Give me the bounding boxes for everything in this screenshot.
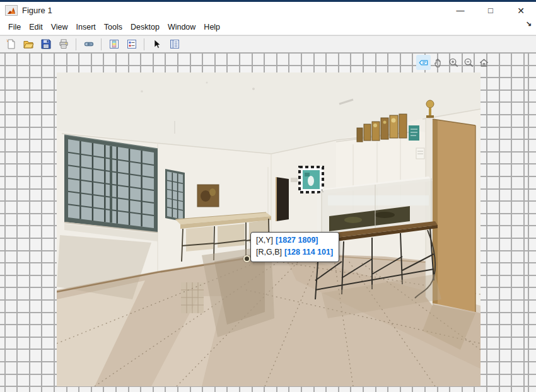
figure-toolbar: [0, 35, 536, 52]
dock-figure-icon[interactable]: ↘: [526, 20, 532, 28]
matlab-logo-icon: [5, 5, 18, 16]
window-grille-small: [165, 169, 185, 222]
cursor-arrow-icon: [151, 38, 163, 50]
datatip-tooltip[interactable]: [X,Y][1827 1809] [R,G,B][128 114 101]: [250, 232, 339, 262]
datatip-xy-row: [X,Y][1827 1809]: [256, 234, 333, 246]
toolbar-separator: [76, 38, 76, 50]
menubar: File Edit View Insert Tools Desktop Wind…: [0, 19, 536, 35]
datatip-tool-button[interactable]: [416, 55, 431, 70]
new-figure-button[interactable]: [3, 37, 18, 52]
edit-plot-button[interactable]: [149, 37, 164, 52]
figure-canvas: [X,Y][1827 1809] [R,G,B][128 114 101]: [0, 52, 536, 392]
zoom-in-icon: [448, 57, 460, 69]
link-plot-button[interactable]: [81, 37, 96, 52]
save-figure-button[interactable]: [38, 37, 53, 52]
restore-view-button[interactable]: [477, 55, 491, 70]
menu-window[interactable]: Window: [168, 23, 195, 32]
datatip-rgb-row: [R,G,B][128 114 101]: [256, 246, 333, 258]
toolbar-separator: [144, 38, 144, 50]
window-grille-large: [64, 135, 158, 241]
titlebar: Figure 1 — □ ✕: [0, 0, 536, 19]
menu-desktop[interactable]: Desktop: [131, 23, 160, 32]
menu-edit[interactable]: Edit: [29, 23, 43, 32]
property-panel-icon: [169, 38, 180, 50]
menu-view[interactable]: View: [51, 23, 68, 32]
window-controls: — □ ✕: [445, 2, 536, 19]
axes-toolbar: [416, 55, 491, 70]
teal-picture-frame: [300, 167, 323, 192]
pan-tool-button[interactable]: [431, 55, 446, 70]
xy-label: [X,Y]: [256, 236, 273, 245]
legend-icon: [126, 38, 137, 50]
xy-value: [1827 1809]: [276, 236, 318, 245]
open-folder-icon: [23, 38, 34, 50]
rgb-label: [R,G,B]: [256, 248, 282, 257]
minimize-button[interactable]: —: [445, 2, 475, 19]
insert-colorbar-button[interactable]: [107, 37, 121, 52]
datatip-marker[interactable]: [243, 255, 250, 262]
property-editor-button[interactable]: [167, 37, 182, 52]
open-file-button[interactable]: [21, 37, 35, 52]
close-button[interactable]: ✕: [506, 2, 536, 19]
room-photo: [57, 72, 481, 386]
chain-link-icon: [83, 38, 95, 50]
menu-insert[interactable]: Insert: [76, 23, 96, 32]
zoom-out-button[interactable]: [462, 55, 476, 70]
print-figure-button[interactable]: [56, 37, 71, 52]
wall-painting: [197, 185, 219, 207]
home-icon: [478, 57, 490, 69]
zoom-in-button[interactable]: [446, 55, 461, 70]
window-reflection: [181, 282, 204, 313]
image-axes[interactable]: [X,Y][1827 1809] [R,G,B][128 114 101]: [57, 72, 481, 386]
printer-icon: [58, 38, 69, 50]
zoom-out-icon: [463, 57, 475, 69]
menu-help[interactable]: Help: [204, 23, 220, 32]
window-title: Figure 1: [22, 6, 52, 15]
menu-tools[interactable]: Tools: [104, 23, 122, 32]
insert-legend-button[interactable]: [124, 37, 139, 52]
rgb-value: [128 114 101]: [284, 248, 333, 257]
new-document-icon: [5, 38, 16, 50]
toolbar-separator: [101, 38, 102, 50]
menu-file[interactable]: File: [8, 23, 21, 32]
floppy-disk-icon: [40, 38, 52, 50]
pan-hand-icon: [433, 57, 445, 69]
matlab-figure-window: { "window": { "title": "Figure 1", "cont…: [0, 0, 536, 392]
datatip-icon: [417, 57, 429, 69]
maximize-button[interactable]: □: [475, 2, 506, 19]
colorbar-icon: [108, 38, 120, 50]
